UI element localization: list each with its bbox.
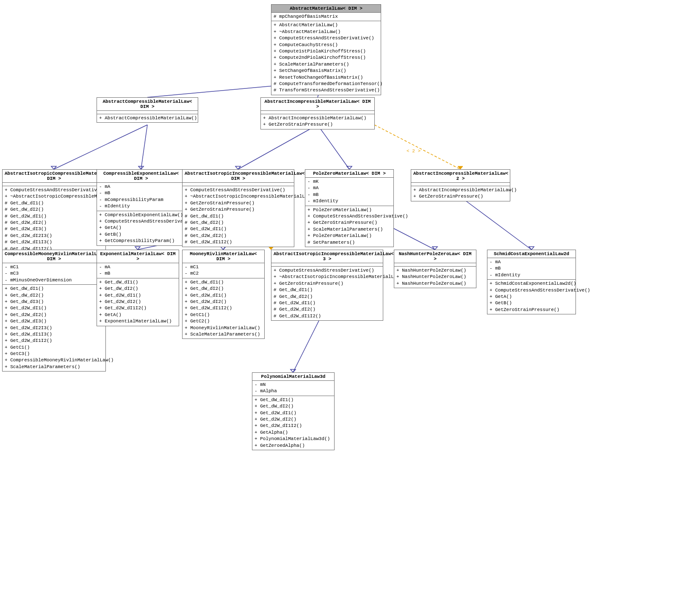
box-line: + Get_dW_dI3() [5, 299, 103, 305]
svg-marker-17 [221, 247, 226, 250]
box-section-AbstractIsotropicCompressibleMaterialLaw-0 [3, 183, 105, 186]
box-line: + Get_d2W_dI2() [5, 312, 103, 318]
box-line: + Get_dW_dI2() [99, 286, 177, 292]
box-section-AbstractCompressibleMaterialLaw-1: + AbstractCompressibleMaterialLaw() [97, 114, 198, 122]
box-line: + ComputeStressAndStressDerivative() [274, 35, 379, 41]
box-line: + ~AbstractMaterialLaw() [274, 29, 379, 35]
box-line: + ExponentialMaterialLaw() [99, 318, 177, 325]
box-line: - mA [99, 264, 177, 270]
uml-box-SchmidCostaExponentialLaw2d: SchmidCostaExponentialLaw2d- mA- mB- mId… [487, 250, 576, 314]
box-line: + ComputeStressAndStressDerivative() [185, 187, 292, 193]
box-line: + CompressibleMooneyRivlinMaterialLaw() [5, 357, 103, 363]
box-line: + ScaleMaterialParameters() [274, 61, 379, 68]
box-section-SchmidCostaExponentialLaw2d-1: + SchmidCostaExponentialLaw2d()+ Compute… [487, 280, 575, 314]
box-line: # Get_dW_dI1() [274, 287, 381, 293]
box-line: + GetZeroedAlpha() [255, 443, 332, 449]
box-line: - mB [307, 192, 391, 198]
box-line: + ComputeStressAndStressDerivative() [490, 287, 573, 294]
box-line: + Compute1stPiolaKirchoffStress() [274, 48, 379, 55]
box-line: + Get_d2W_dI1() [255, 410, 332, 416]
box-line: + Get_dW_dI1() [5, 286, 103, 292]
box-line: # Get_d2W_dI3() [5, 226, 103, 232]
svg-marker-11 [347, 166, 352, 169]
box-line: # Get_dW_dI1() [185, 213, 292, 220]
svg-marker-9 [235, 166, 241, 169]
svg-marker-19 [268, 247, 274, 250]
box-line: + GetB() [99, 231, 183, 238]
box-line: - mB [99, 190, 183, 196]
box-line: # Get_dW_dI2() [274, 294, 381, 300]
box-line: - mMinusOneOverDimension [5, 277, 103, 283]
box-line: + Get_d2W_dI2() [185, 299, 262, 305]
box-line: + PoleZeroMaterialLaw() [307, 207, 391, 213]
box-line: # ComputeTransformedDeformationTensor() [274, 81, 379, 87]
box-title-AbstractIncompressibleMaterialLaw: AbstractIncompressibleMaterialLaw< DIM > [261, 98, 374, 111]
box-line: - mN [255, 382, 332, 388]
box-line: + AbstractIncompressibleMaterialLaw() [263, 115, 372, 121]
box-title-CompressibleExponentialLaw: CompressibleExponentialLaw< DIM > [97, 170, 185, 183]
box-line: + NashHunterPoleZeroLaw() [396, 267, 474, 274]
box-line: + GetZeroStrainPressure() [263, 121, 372, 128]
box-section-AbstractIsotropicIncompressibleMaterialLaw3-0 [271, 263, 383, 267]
box-line: + GetZeroStrainPressure() [413, 193, 508, 200]
box-line: # Get_d2W_dI2() [274, 306, 381, 313]
box-line: # Get_d2W_dI2I3() [5, 233, 103, 239]
box-line: + GetZeroStrainPressure() [307, 220, 391, 226]
box-line: + ScaleMaterialParameters() [185, 331, 262, 338]
box-line: - mA [307, 185, 391, 191]
box-section-AbstractIsotropicIncompressibleMaterialLaw-0 [183, 183, 294, 186]
box-line: - mCompressibilityParam [99, 197, 183, 203]
box-section-CompressibleMooneyRivlinMaterialLaw-1: + Get_dW_dI1()+ Get_dW_dI2()+ Get_dW_dI3… [3, 285, 105, 371]
box-line: + GetA() [99, 225, 183, 231]
box-line: # TransformStressAndStressDerivative() [274, 87, 379, 94]
box-section-AbstractIncompressibleMaterialLaw2-1: + AbstractIncompressibleMaterialLaw()+ G… [411, 186, 510, 201]
box-line: + Get_dW_dI2() [5, 292, 103, 299]
uml-box-PoleZeroMaterialLaw: PoleZeroMaterialLaw< DIM >- mK- mA- mB- … [305, 169, 394, 247]
box-line: + PoleZeroMaterialLaw() [307, 233, 391, 239]
box-line: # Get_d2W_dI1I3() [5, 239, 103, 245]
svg-marker-22 [291, 369, 296, 372]
box-section-ExponentialMaterialLaw-1: + Get_dW_dI1()+ Get_dW_dI2()+ Get_d2W_dI… [97, 278, 179, 326]
svg-marker-7 [138, 166, 144, 169]
box-line: # Get_d2W_dI1I2() [185, 239, 292, 245]
box-title-SchmidCostaExponentialLaw2d: SchmidCostaExponentialLaw2d [487, 250, 575, 258]
box-title-PolynomialMaterialLaw3d: PolynomialMaterialLaw3d [252, 373, 334, 381]
box-line: + GetC1() [5, 344, 103, 351]
box-line: + CompressibleExponentialLaw() [99, 212, 183, 218]
svg-line-6 [141, 125, 147, 169]
uml-box-AbstractIsotropicCompressibleMaterialLaw: AbstractIsotropicCompressibleMaterialLaw… [2, 169, 106, 253]
box-line: - mK [307, 179, 391, 185]
uml-box-CompressibleMooneyRivlinMaterialLaw: CompressibleMooneyRivlinMaterialLaw< DIM… [2, 250, 106, 372]
box-line: + SetChangeOfBasisMatrix() [274, 68, 379, 74]
box-title-ExponentialMaterialLaw: ExponentialMaterialLaw< DIM > [97, 250, 179, 263]
box-section-CompressibleExponentialLaw-1: + CompressibleExponentialLaw()+ ComputeS… [97, 211, 185, 245]
box-line: + ScaleMaterialParameters() [307, 226, 391, 233]
box-section-AbstractIsotropicCompressibleMaterialLaw-1: + ComputeStressAndStressDerivative()+ ~A… [3, 186, 105, 253]
box-title-MooneyRivlinMaterialLaw: MooneyRivlinMaterialLaw< DIM > [183, 250, 264, 263]
box-section-AbstractMaterialLaw-1: + AbstractMaterialLaw()+ ~AbstractMateri… [271, 21, 381, 94]
box-line: + Get_d2W_dI2() [99, 299, 177, 305]
svg-marker-29 [529, 247, 534, 250]
box-line: + PolynomialMaterialLaw3d() [255, 436, 332, 442]
box-line: + ComputeStressAndStressDerivative() [274, 267, 381, 274]
box-line: + Get_d2W_dI1I2() [185, 305, 262, 311]
uml-box-AbstractCompressibleMaterialLaw: AbstractCompressibleMaterialLaw< DIM >+ … [97, 97, 198, 123]
box-section-CompressibleMooneyRivlinMaterialLaw-0: - mC1- mC3- mMinusOneOverDimension [3, 263, 105, 285]
box-line: + ComputeStressAndStressDerivative() [5, 187, 103, 193]
uml-box-ExponentialMaterialLaw: ExponentialMaterialLaw< DIM >- mA- mB+ G… [97, 250, 179, 326]
box-section-NashHunterPoleZeroLaw-1: + NashHunterPoleZeroLaw()+ NashHunterPol… [394, 267, 476, 288]
box-line: + NashHunterPoleZeroLaw() [396, 274, 474, 280]
box-line: + Compute2ndPiolaKirchoffStress() [274, 55, 379, 61]
box-section-AbstractIsotropicIncompressibleMaterialLaw3-1: + ComputeStressAndStressDerivative()+ ~A… [271, 267, 383, 320]
box-title-AbstractMaterialLaw: AbstractMaterialLaw< DIM > [271, 5, 381, 13]
box-section-AbstractIncompressibleMaterialLaw-0 [261, 111, 374, 114]
box-line: + GetCompressibilityParam() [99, 238, 183, 244]
box-line: - mA [99, 184, 183, 190]
box-title-AbstractIncompressibleMaterialLaw2: AbstractIncompressibleMaterialLaw< 2 > [411, 170, 510, 183]
box-line: - mIdentity [307, 198, 391, 204]
box-section-AbstractMaterialLaw-0: # mpChangeOfBasisMatrix [271, 13, 381, 21]
box-line: # SetParameters() [307, 239, 391, 246]
box-line: - mC1 [185, 264, 262, 270]
box-line: # Get_dW_dI1() [5, 200, 103, 206]
box-line: - mC2 [185, 270, 262, 277]
